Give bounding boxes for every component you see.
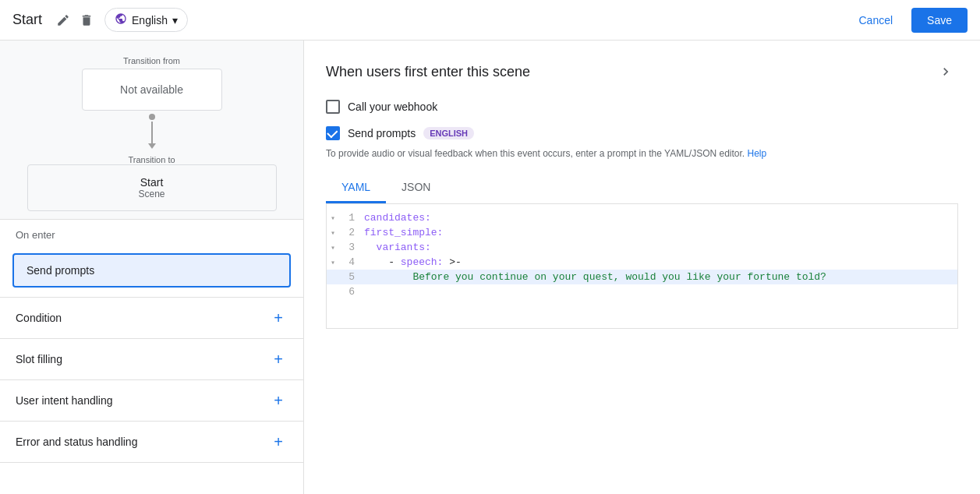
user-intent-section[interactable]: User intent handling + — [0, 380, 303, 422]
transition-from-label: Transition from — [123, 56, 180, 65]
helper-text: To provide audio or visual feedback when… — [326, 146, 958, 161]
line-content: candidates: — [364, 212, 431, 224]
flow-diagram: Transition from Not available Transition… — [0, 41, 303, 220]
cancel-button[interactable]: Cancel — [846, 8, 905, 33]
webhook-label: Call your webhook — [348, 101, 437, 113]
line-number: 4 — [339, 256, 364, 268]
line-content: Before you continue on your quest, would… — [364, 271, 826, 283]
panel-title: When users first enter this scene — [326, 64, 530, 80]
language-label: English — [132, 14, 168, 26]
condition-section[interactable]: Condition + — [0, 298, 303, 339]
start-scene-box: Start Scene — [27, 164, 277, 211]
webhook-row: Call your webhook — [326, 100, 958, 114]
send-prompts-label: Send prompts — [348, 127, 416, 139]
left-panel: Transition from Not available Transition… — [0, 41, 304, 494]
globe-icon — [115, 12, 127, 27]
error-status-section[interactable]: Error and status handling + — [0, 422, 303, 463]
line-arrow-icon[interactable]: ▾ — [327, 242, 339, 252]
line-arrow-icon — [327, 271, 339, 273]
line-content: first_simple: — [364, 227, 443, 238]
on-enter-section: On enter Send prompts — [0, 220, 303, 298]
line-content: - speech: >- — [364, 256, 462, 268]
dropdown-icon: ▾ — [172, 14, 178, 26]
line-number: 5 — [339, 271, 364, 283]
line-arrow-icon[interactable]: ▾ — [327, 212, 339, 223]
flow-connector — [148, 112, 156, 149]
connector-dot — [149, 114, 155, 120]
chevron-right-icon — [938, 64, 953, 79]
help-link[interactable]: Help — [748, 148, 767, 159]
code-line: ▾4 - speech: >- — [327, 255, 957, 270]
slot-filling-label: Slot filling — [16, 353, 62, 365]
scene-title: Start — [59, 176, 245, 189]
user-intent-label: User intent handling — [16, 394, 113, 407]
line-arrow-icon — [327, 286, 339, 288]
main-content: Transition from Not available Transition… — [0, 41, 980, 494]
code-line: 6 — [327, 284, 957, 299]
code-line: ▾2first_simple: — [327, 225, 957, 240]
connector-line — [151, 122, 153, 145]
language-badge: ENGLISH — [423, 127, 474, 139]
condition-add-button[interactable]: + — [269, 309, 288, 327]
line-content: variants: — [364, 242, 431, 253]
error-status-add-button[interactable]: + — [269, 432, 288, 451]
line-number: 1 — [339, 212, 364, 224]
code-editor[interactable]: ▾1candidates:▾2first_simple:▾3 variants:… — [326, 204, 958, 329]
save-button[interactable]: Save — [911, 8, 968, 33]
on-enter-label: On enter — [0, 220, 303, 247]
code-line: 5 Before you continue on your quest, wou… — [327, 270, 957, 284]
tab-json[interactable]: JSON — [386, 173, 446, 203]
line-number: 6 — [339, 286, 364, 298]
line-arrow-icon[interactable]: ▾ — [327, 227, 339, 238]
tab-yaml[interactable]: YAML — [326, 173, 386, 203]
line-number: 3 — [339, 242, 364, 253]
panel-header: When users first enter this scene — [326, 59, 958, 84]
language-selector[interactable]: English ▾ — [104, 8, 188, 32]
webhook-checkbox[interactable] — [326, 100, 340, 114]
page-title: Start — [12, 12, 42, 28]
code-line: ▾3 variants: — [327, 240, 957, 255]
transition-to-label: Transition to — [128, 155, 175, 164]
slot-filling-add-button[interactable]: + — [269, 350, 288, 369]
send-prompts-item[interactable]: Send prompts — [12, 253, 291, 288]
edit-button[interactable] — [51, 9, 75, 32]
condition-label: Condition — [16, 312, 62, 324]
editor-tabs: YAML JSON — [326, 173, 958, 204]
slot-filling-section[interactable]: Slot filling + — [0, 339, 303, 380]
send-prompts-checkbox[interactable] — [326, 126, 340, 140]
delete-icon — [80, 13, 94, 27]
scene-subtitle: Scene — [59, 189, 245, 199]
error-status-label: Error and status handling — [16, 436, 137, 448]
connector-arrow — [148, 143, 156, 149]
line-number: 2 — [339, 227, 364, 238]
code-line: ▾1candidates: — [327, 210, 957, 225]
line-arrow-icon[interactable]: ▾ — [327, 256, 339, 267]
not-available-box: Not available — [82, 69, 222, 111]
edit-icon — [56, 13, 70, 27]
right-panel: When users first enter this scene Call y… — [304, 41, 980, 494]
header: Start English ▾ Cancel Save — [0, 0, 980, 41]
delete-button[interactable] — [75, 9, 98, 32]
send-prompts-row: Send prompts ENGLISH — [326, 126, 958, 140]
expand-button[interactable] — [933, 59, 958, 84]
user-intent-add-button[interactable]: + — [269, 391, 288, 410]
